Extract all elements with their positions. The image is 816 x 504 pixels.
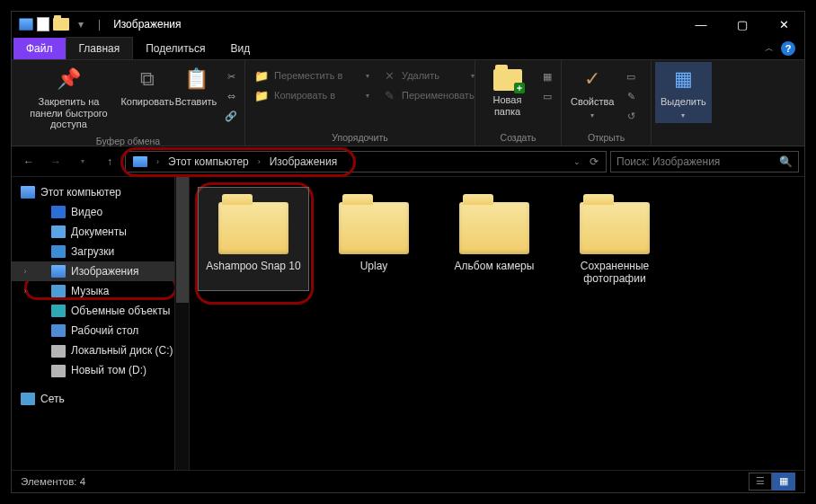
group-organize-label: Упорядочить — [249, 130, 471, 146]
chevron-right-icon[interactable]: › — [155, 157, 161, 166]
status-bar: Элементов: 4 ☰ ▦ — [12, 470, 804, 491]
chevron-right-icon[interactable]: › — [256, 157, 262, 166]
address-dropdown-icon[interactable]: ⌄ — [570, 154, 584, 170]
sidebar-network[interactable]: ›Сеть — [12, 389, 189, 409]
window-title: Изображения — [113, 18, 181, 31]
folder-icon — [339, 202, 409, 254]
properties-button[interactable]: ✓ Свойства ▾ — [565, 62, 619, 123]
paste-icon: 📋 — [182, 66, 209, 93]
folder-icon — [459, 202, 529, 254]
maximize-button[interactable]: ▢ — [722, 12, 763, 37]
delete-button[interactable]: ✕ Удалить▾ — [377, 66, 480, 85]
chevron-right-icon[interactable]: › — [21, 267, 30, 276]
address-root-icon[interactable] — [128, 155, 153, 169]
sidebar-item-downloads[interactable]: Загрузки — [12, 242, 189, 261]
tab-share[interactable]: Поделиться — [133, 38, 217, 59]
group-clipboard-label: Буфер обмена — [15, 134, 241, 149]
pin-quick-access-button[interactable]: 📌 Закрепить на панели быстрого доступа — [15, 62, 122, 134]
breadcrumb-current[interactable]: Изображения — [264, 154, 342, 170]
edit-button[interactable]: ✎ — [621, 87, 641, 105]
folder-item[interactable]: Uplay — [319, 188, 429, 290]
cut-button[interactable]: ✂ — [221, 67, 241, 85]
refresh-button[interactable]: ⟳ — [586, 152, 602, 172]
close-button[interactable]: ✕ — [763, 12, 804, 37]
ribbon-collapse-button[interactable]: ︿ — [765, 42, 774, 55]
copy-icon: ⧉ — [134, 66, 161, 93]
help-button[interactable]: ? — [781, 41, 795, 56]
explorer-window: ▾ | Изображения ― ▢ ✕ Файл Главная Подел… — [11, 11, 805, 493]
sidebar-item-drive-d[interactable]: Новый том (D:) — [12, 360, 189, 380]
titlebar: ▾ | Изображения ― ▢ ✕ — [12, 12, 804, 37]
sidebar-item-documents[interactable]: Документы — [12, 222, 189, 242]
folder-icon — [218, 202, 288, 254]
folder-item[interactable]: Ashampoo Snap 10 — [199, 188, 308, 290]
rename-icon: ✎ — [382, 88, 396, 102]
paste-button[interactable]: 📋 Вставить — [173, 62, 219, 111]
forward-button[interactable]: → — [44, 151, 67, 172]
content-area[interactable]: Ashampoo Snap 10 Uplay Альбом камеры Сох… — [190, 177, 804, 470]
tab-file[interactable]: Файл — [13, 38, 66, 59]
new-item-button[interactable]: ▦ — [537, 67, 557, 85]
navbar: ← → ▾ ↑ › Этот компьютер › Изображения ⌄… — [12, 146, 804, 177]
breadcrumb-this-pc[interactable]: Этот компьютер — [163, 154, 254, 170]
sidebar-item-3dobjects[interactable]: Объемные объекты — [12, 301, 189, 321]
view-icons-button[interactable]: ▦ — [772, 473, 795, 491]
tab-view[interactable]: Вид — [217, 38, 262, 59]
select-icon: ▦ — [670, 66, 696, 93]
minimize-button[interactable]: ― — [680, 12, 722, 37]
copy-button[interactable]: ⧉ Копировать — [124, 62, 171, 111]
new-folder-icon: ＋ — [493, 69, 522, 91]
address-bar[interactable]: › Этот компьютер › Изображения ⌄ ⟳ — [125, 151, 607, 172]
paste-shortcut-button[interactable]: 🔗 — [221, 107, 241, 125]
app-icon — [19, 18, 33, 31]
select-button[interactable]: ▦ Выделить ▾ — [655, 62, 712, 123]
view-details-button[interactable]: ☰ — [749, 473, 772, 491]
back-button[interactable]: ← — [17, 151, 40, 172]
move-icon: 📁 — [254, 68, 269, 83]
tab-main[interactable]: Главная — [66, 37, 134, 59]
new-doc-icon — [37, 17, 49, 31]
new-folder-button[interactable]: ＋ Новая папка — [479, 62, 536, 120]
up-button[interactable]: ↑ — [98, 151, 121, 172]
delete-icon: ✕ — [382, 68, 396, 83]
easy-access-button[interactable]: ▭ — [537, 87, 557, 105]
pin-icon: 📌 — [56, 66, 83, 93]
chevron-right-icon[interactable]: › — [21, 394, 30, 403]
item-count-label: Элементов: 4 — [21, 476, 85, 487]
folder-icon — [53, 18, 69, 31]
history-dropdown[interactable]: ▾ — [71, 151, 94, 172]
copy-to-icon: 📁 — [254, 88, 269, 102]
sidebar-item-desktop[interactable]: Рабочий стол — [12, 321, 189, 340]
sidebar-scrollbar[interactable] — [174, 177, 189, 470]
sidebar-item-music[interactable]: ›Музыка — [12, 281, 189, 301]
open-button[interactable]: ▭ — [621, 67, 641, 85]
sidebar: ⌄Этот компьютер Видео Документы Загрузки… — [12, 177, 190, 470]
history-button[interactable]: ↺ — [621, 107, 641, 125]
sidebar-item-drive-c[interactable]: Локальный диск (C:) — [12, 340, 189, 360]
move-to-button[interactable]: 📁 Переместить в▾ — [249, 66, 375, 85]
ribbon-tabs: Файл Главная Поделиться Вид ︿ ? — [12, 37, 804, 60]
search-box[interactable]: Поиск: Изображения 🔍 — [610, 151, 799, 172]
sidebar-this-pc[interactable]: ⌄Этот компьютер — [12, 182, 189, 202]
copy-path-button[interactable]: ⇔ — [221, 87, 241, 105]
sidebar-item-images[interactable]: ›Изображения — [12, 261, 189, 281]
chevron-right-icon[interactable]: › — [21, 287, 30, 296]
ribbon: 📌 Закрепить на панели быстрого доступа ⧉… — [12, 60, 804, 146]
group-create-label: Создать — [479, 130, 557, 146]
group-open-label: Открыть — [565, 130, 647, 146]
chevron-down-icon[interactable]: ⌄ — [21, 188, 30, 197]
folder-icon — [580, 202, 650, 254]
folder-item[interactable]: Альбом камеры — [439, 188, 549, 290]
search-icon: 🔍 — [779, 155, 793, 168]
sidebar-item-video[interactable]: Видео — [12, 202, 189, 222]
properties-icon: ✓ — [579, 66, 606, 93]
rename-button[interactable]: ✎ Переименовать — [377, 85, 480, 105]
copy-to-button[interactable]: 📁 Копировать в▾ — [249, 85, 375, 105]
folder-item[interactable]: Сохраненные фотографии — [560, 188, 670, 291]
qa-dropdown-icon[interactable]: ▾ — [78, 18, 84, 31]
